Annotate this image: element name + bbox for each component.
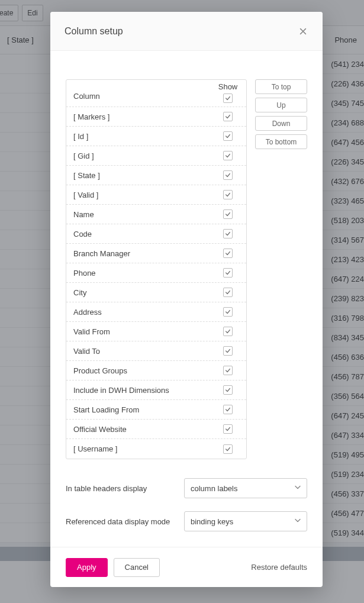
column-row-label: Official Website — [73, 425, 217, 434]
show-checkbox[interactable] — [223, 131, 233, 141]
to-top-button[interactable]: To top — [255, 79, 307, 94]
show-checkbox[interactable] — [223, 268, 233, 278]
apply-button[interactable]: Apply — [66, 558, 108, 577]
close-icon[interactable] — [298, 26, 308, 37]
column-row[interactable]: [ State ] — [66, 166, 246, 185]
refmode-label: Referenced data display mode — [66, 517, 184, 526]
modal-title: Column setup — [65, 26, 123, 37]
modal-body: Column Show [ Markers ][ Id ][ Gid ][ St… — [50, 51, 323, 547]
column-row[interactable]: Address — [66, 302, 246, 322]
column-row-label: City — [73, 288, 217, 297]
show-checkbox[interactable] — [223, 249, 233, 258]
show-checkbox[interactable] — [223, 444, 233, 454]
headers-display-row: In table headers display — [66, 478, 307, 498]
show-checkbox[interactable] — [223, 366, 233, 375]
show-checkbox[interactable] — [223, 209, 233, 219]
column-row-label: [ State ] — [73, 171, 217, 180]
column-row[interactable]: [ Markers ] — [66, 107, 246, 127]
column-row-label: Include in DWH Dimensions — [73, 386, 217, 395]
column-row[interactable]: [ Valid ] — [66, 185, 246, 205]
column-row-label: [ Id ] — [73, 132, 217, 141]
down-button[interactable]: Down — [255, 116, 307, 131]
column-row[interactable]: Valid To — [66, 341, 246, 361]
column-row-label: Address — [73, 308, 217, 317]
column-row[interactable]: Start Loading From — [66, 400, 246, 420]
headers-display-select[interactable] — [184, 478, 307, 498]
column-row[interactable]: Product Groups — [66, 361, 246, 380]
column-row-label: [ Valid ] — [73, 191, 217, 199]
columns-table: Column Show [ Markers ][ Id ][ Gid ][ St… — [66, 79, 247, 459]
show-header-label: Show — [218, 82, 238, 91]
column-row[interactable]: Include in DWH Dimensions — [66, 380, 246, 400]
column-row-label: Name — [73, 210, 217, 219]
restore-defaults-link[interactable]: Restore defaults — [251, 563, 307, 572]
show-checkbox[interactable] — [223, 151, 233, 160]
column-row-label: Valid To — [73, 347, 217, 356]
refmode-select[interactable] — [184, 511, 307, 531]
column-row-label: Valid From — [73, 327, 217, 336]
column-row-label: Product Groups — [73, 366, 217, 375]
column-row[interactable]: Branch Manager — [66, 244, 246, 263]
show-checkbox[interactable] — [223, 307, 233, 317]
show-checkbox[interactable] — [223, 327, 233, 336]
column-row-label: Phone — [73, 269, 217, 278]
to-bottom-button[interactable]: To bottom — [255, 134, 307, 149]
column-row[interactable]: Valid From — [66, 322, 246, 341]
column-setup-modal: Column setup Column Show — [50, 12, 323, 587]
column-row[interactable]: City — [66, 283, 246, 302]
columns-table-header: Column Show — [66, 80, 246, 107]
modal-overlay: Column setup Column Show — [0, 0, 364, 603]
column-row[interactable]: Name — [66, 205, 246, 224]
show-all-checkbox[interactable] — [223, 93, 233, 103]
column-row-label: Branch Manager — [73, 249, 217, 258]
column-row[interactable]: Phone — [66, 263, 246, 283]
show-checkbox[interactable] — [223, 190, 233, 199]
show-checkbox[interactable] — [223, 346, 233, 356]
show-checkbox[interactable] — [223, 405, 233, 414]
show-checkbox[interactable] — [223, 288, 233, 297]
cancel-button[interactable]: Cancel — [114, 558, 160, 577]
column-row-label: [ Markers ] — [73, 112, 217, 121]
column-row[interactable]: [ Gid ] — [66, 146, 246, 166]
column-row[interactable]: [ Id ] — [66, 127, 246, 146]
show-checkbox[interactable] — [223, 385, 233, 395]
column-row[interactable]: Code — [66, 224, 246, 244]
up-button[interactable]: Up — [255, 98, 307, 112]
show-checkbox[interactable] — [223, 170, 233, 180]
column-row-label: [ Gid ] — [73, 151, 217, 160]
column-row-label: [ Username ] — [73, 444, 217, 453]
column-header-label: Column — [73, 92, 217, 107]
reorder-controls: To top Up Down To bottom — [255, 79, 307, 459]
column-row-label: Code — [73, 230, 217, 238]
column-row[interactable]: Official Website — [66, 420, 246, 439]
modal-footer: Apply Cancel Restore defaults — [50, 547, 323, 587]
column-row-label: Start Loading From — [73, 405, 217, 414]
column-row[interactable]: [ Username ] — [66, 439, 246, 459]
show-checkbox[interactable] — [223, 112, 233, 121]
headers-display-label: In table headers display — [66, 484, 184, 493]
modal-header: Column setup — [50, 12, 323, 51]
refmode-row: Referenced data display mode — [66, 511, 307, 531]
show-checkbox[interactable] — [223, 424, 233, 434]
show-checkbox[interactable] — [223, 229, 233, 238]
